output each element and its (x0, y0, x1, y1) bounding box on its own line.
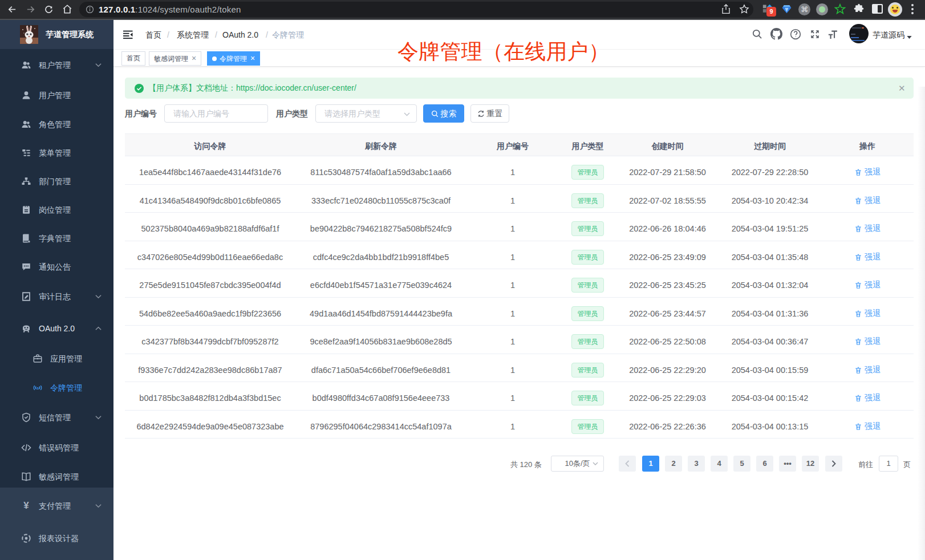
svg-text:a: a (36, 385, 39, 390)
